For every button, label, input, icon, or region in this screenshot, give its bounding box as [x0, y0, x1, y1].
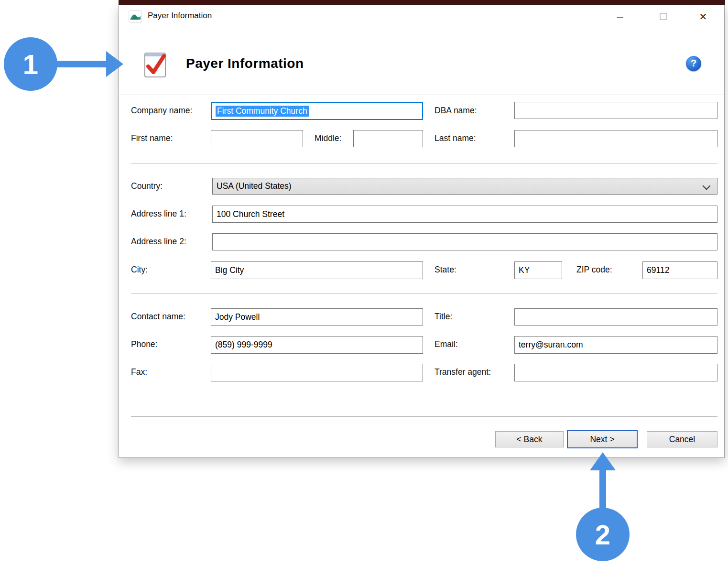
payer-form-icon: [142, 49, 169, 79]
phone-input[interactable]: (859) 999-9999: [211, 336, 423, 354]
page-title: Payer Information: [186, 56, 304, 71]
annotation-arrow-1-head: [106, 51, 123, 77]
annotation-step-1: 1: [4, 37, 57, 91]
company-name-input[interactable]: First Community Church: [211, 102, 423, 120]
phone-label: Phone:: [131, 339, 157, 349]
contact-name-label: Contact name:: [131, 312, 185, 322]
annotation-step-2: 2: [576, 508, 630, 561]
contact-name-input[interactable]: Jody Powell: [211, 308, 423, 326]
state-input[interactable]: KY: [514, 261, 562, 279]
screenshot-canvas: Payer Information – ✕ Payer Information …: [0, 0, 728, 565]
maximize-button[interactable]: [652, 8, 674, 25]
separator: [131, 163, 717, 163]
annotation-arrow-1-shaft: [55, 61, 106, 67]
close-button[interactable]: ✕: [693, 8, 714, 25]
next-button[interactable]: Next >: [567, 430, 638, 448]
company-name-label: Company name:: [131, 106, 192, 116]
window-title: Payer Information: [148, 11, 212, 21]
selected-text: First Community Church: [216, 106, 309, 117]
city-input[interactable]: Big City: [211, 261, 423, 279]
first-name-label: First name:: [131, 133, 173, 143]
country-label: Country:: [131, 181, 163, 191]
separator: [131, 416, 717, 417]
address-line-1-label: Address line 1:: [131, 209, 186, 219]
minimize-button[interactable]: –: [609, 8, 630, 25]
country-select[interactable]: USA (United States): [212, 178, 717, 195]
window-top-border: [119, 0, 725, 5]
last-name-input[interactable]: [514, 130, 717, 147]
last-name-label: Last name:: [435, 133, 476, 143]
state-label: State:: [435, 265, 456, 275]
middle-name-input[interactable]: [353, 130, 423, 147]
chevron-down-icon: [703, 182, 711, 190]
annotation-arrow-2-head: [590, 452, 616, 470]
help-button[interactable]: ?: [686, 56, 701, 71]
app-logo-icon: [129, 10, 142, 23]
separator: [131, 293, 717, 293]
title-label: Title:: [435, 312, 452, 322]
transfer-agent-input[interactable]: [514, 364, 717, 381]
address-line-2-input[interactable]: [212, 233, 717, 250]
city-label: City:: [131, 265, 148, 275]
email-input[interactable]: terry@suran.com: [514, 336, 717, 354]
dba-name-label: DBA name:: [435, 106, 477, 116]
title-bar[interactable]: Payer Information – ✕: [119, 5, 724, 28]
first-name-input[interactable]: [211, 130, 303, 147]
dialog-header: Payer Information ?: [119, 28, 724, 95]
address-line-2-label: Address line 2:: [131, 237, 186, 247]
transfer-agent-label: Transfer agent:: [435, 367, 491, 377]
address-line-1-input[interactable]: 100 Church Street: [212, 206, 717, 223]
zip-code-label: ZIP code:: [576, 265, 612, 275]
fax-input[interactable]: [211, 364, 423, 381]
title-input[interactable]: [514, 308, 717, 326]
cancel-button[interactable]: Cancel: [647, 431, 717, 447]
fax-label: Fax:: [131, 367, 147, 377]
zip-code-input[interactable]: 69112: [642, 261, 717, 279]
middle-name-label: Middle:: [315, 133, 341, 143]
annotation-arrow-2-shaft: [599, 470, 606, 510]
payer-information-dialog: Payer Information – ✕ Payer Information …: [119, 5, 725, 458]
email-label: Email:: [435, 339, 458, 349]
back-button[interactable]: < Back: [495, 431, 564, 447]
dba-name-input[interactable]: [514, 102, 717, 119]
maximize-icon: [660, 13, 667, 20]
